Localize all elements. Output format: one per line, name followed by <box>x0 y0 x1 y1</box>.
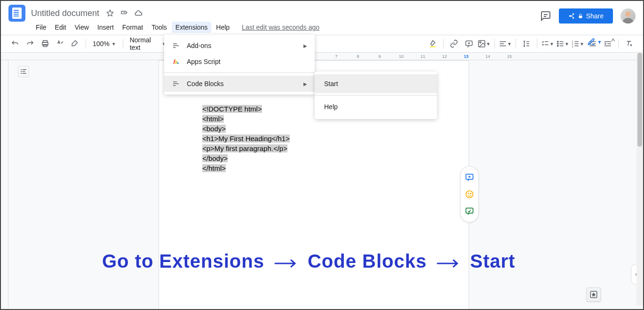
redo-button[interactable] <box>24 37 37 50</box>
menu-file[interactable]: File <box>32 22 50 33</box>
emoji-icon[interactable] <box>464 189 475 199</box>
addons-icon <box>172 41 180 50</box>
addons-menu-item[interactable]: Add-ons ▶ <box>164 38 315 54</box>
add-comment-button[interactable] <box>462 37 476 50</box>
line-spacing-button[interactable] <box>520 37 533 50</box>
code-blocks-menu-item[interactable]: Code Blocks ▶ <box>164 76 315 92</box>
highlight-color-button[interactable] <box>426 37 439 50</box>
svg-point-10 <box>557 43 558 44</box>
last-edit-link[interactable]: Last edit was seconds ago <box>242 24 319 31</box>
numbered-list-button[interactable]: 123▼ <box>571 37 584 50</box>
outline-toggle-button[interactable] <box>18 66 29 77</box>
svg-point-9 <box>557 41 558 42</box>
style-select[interactable]: Normal text▼ <box>127 36 169 51</box>
menu-format[interactable]: Format <box>119 22 147 33</box>
svg-text:3: 3 <box>572 45 573 48</box>
docs-logo[interactable] <box>8 5 25 22</box>
explore-button[interactable] <box>587 287 601 302</box>
svg-point-17 <box>468 193 469 194</box>
menu-extensions[interactable]: Extensions <box>172 22 211 33</box>
star-icon[interactable] <box>106 9 114 17</box>
vertical-scrollbar[interactable] <box>636 52 643 306</box>
suggest-edit-icon[interactable] <box>464 206 475 216</box>
clear-formatting-button[interactable] <box>622 37 636 50</box>
undo-button[interactable] <box>8 37 22 50</box>
code-blocks-icon <box>172 79 180 88</box>
vertical-ruler[interactable] <box>1 60 8 310</box>
code-blocks-submenu: Start Help <box>315 72 437 119</box>
submenu-arrow-icon: ▶ <box>303 43 307 48</box>
print-button[interactable] <box>39 37 52 50</box>
insert-link-button[interactable] <box>447 37 461 50</box>
menu-view[interactable]: View <box>71 22 93 33</box>
editing-mode-button[interactable]: ▼ ^ <box>587 38 615 46</box>
menu-help[interactable]: Help <box>212 22 233 33</box>
svg-rect-5 <box>430 46 436 47</box>
document-title[interactable]: Untitled document <box>31 8 99 18</box>
svg-rect-0 <box>579 16 582 18</box>
cloud-status-icon[interactable] <box>134 9 143 17</box>
submenu-arrow-icon: ▶ <box>303 81 307 87</box>
apps-script-icon <box>172 57 180 66</box>
insert-image-button[interactable]: ▼ <box>477 37 491 50</box>
svg-point-1 <box>625 11 631 17</box>
add-comment-icon[interactable] <box>464 172 475 183</box>
menubar: File Edit View Insert Format Tools Exten… <box>1 22 643 35</box>
menu-insert[interactable]: Insert <box>94 22 118 33</box>
share-button[interactable]: Share <box>559 8 613 24</box>
scrollbar-thumb[interactable] <box>637 53 642 147</box>
move-icon[interactable] <box>120 9 128 17</box>
toolbar: 100%▼ Normal text▼ ▼ ▼ ▼ ▼ 123▼ <box>1 35 643 53</box>
zoom-select[interactable]: 100%▼ <box>90 40 119 48</box>
svg-point-8 <box>480 42 481 43</box>
apps-script-menu-item[interactable]: Apps Script <box>164 54 315 70</box>
svg-point-18 <box>470 193 471 194</box>
help-menu-item[interactable]: Help <box>315 97 437 116</box>
spellcheck-button[interactable] <box>54 37 67 50</box>
menu-tools[interactable]: Tools <box>148 22 171 33</box>
user-avatar[interactable] <box>620 8 636 24</box>
horizontal-ruler[interactable]: 7 8 9 10 11 12 13 14 15 <box>1 53 643 60</box>
svg-point-16 <box>466 191 473 198</box>
document-content[interactable]: <!DOCTYPE html> <html> <body> <h1>My Fir… <box>202 104 290 173</box>
start-menu-item[interactable]: Start <box>315 74 437 93</box>
bulleted-list-button[interactable]: ▼ <box>556 37 569 50</box>
comment-history-icon[interactable] <box>540 10 551 22</box>
extensions-menu: Add-ons ▶ Apps Script Code Blocks ▶ <box>164 35 315 95</box>
annotation-overlay: Go to Extensions Code Blocks Start <box>102 250 515 272</box>
align-button[interactable]: ▼ <box>499 37 512 50</box>
svg-point-11 <box>557 45 558 46</box>
paint-format-button[interactable] <box>69 37 82 50</box>
checklist-button[interactable]: ▼ <box>541 37 554 50</box>
menu-edit[interactable]: Edit <box>51 22 70 33</box>
share-label: Share <box>586 12 604 20</box>
svg-rect-19 <box>466 208 473 213</box>
